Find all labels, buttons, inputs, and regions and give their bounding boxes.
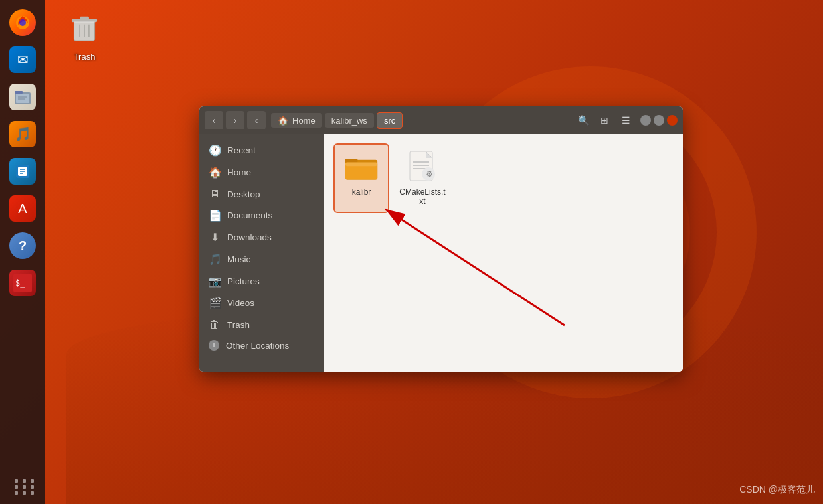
downloads-sidebar-icon: ⬇	[209, 231, 221, 244]
sidebar-item-downloads[interactable]: ⬇ Downloads	[199, 226, 324, 248]
trash-sidebar-icon: 🗑	[209, 319, 221, 331]
sidebar-item-music-label: Music	[227, 254, 250, 264]
dock: ✉ 🎵 A	[0, 0, 45, 504]
sidebar-item-recent-label: Recent	[227, 145, 256, 155]
documents-sidebar-icon: 📄	[209, 209, 221, 222]
sidebar-item-other-locations[interactable]: + Other Locations	[199, 335, 324, 355]
close-button[interactable]	[667, 115, 678, 126]
sidebar-item-videos[interactable]: 🎬 Videos	[199, 292, 324, 314]
sidebar-item-music[interactable]: 🎵 Music	[199, 248, 324, 270]
dock-item-libreoffice[interactable]	[7, 155, 39, 187]
firefox-icon	[9, 9, 36, 36]
cmakelists-file-label: CMakeLists.txt	[399, 187, 446, 207]
grid-view-button[interactable]: ⊞	[595, 111, 614, 129]
app-grid-button[interactable]	[15, 479, 36, 495]
file-grid: kalibr	[335, 145, 672, 212]
thunderbird-icon: ✉	[9, 46, 36, 73]
maximize-button[interactable]	[654, 115, 664, 126]
svg-rect-25	[345, 163, 377, 167]
terminal-icon: $_	[9, 270, 36, 296]
svg-rect-23	[345, 159, 358, 163]
back-button[interactable]: ‹	[205, 111, 223, 129]
sidebar-item-pictures-label: Pictures	[227, 276, 260, 286]
list-view-button[interactable]: ☰	[616, 111, 635, 129]
rhythmbox-icon: 🎵	[9, 121, 36, 147]
dock-item-thunderbird[interactable]: ✉	[7, 44, 39, 76]
fm-toolbar: ‹ › ‹ 🏠 Home kalibr_ws src 🔍 ⊞ ☰	[199, 106, 683, 134]
csdn-watermark: CSDN @极客范儿	[739, 484, 815, 496]
svg-rect-4	[16, 94, 29, 103]
svg-rect-21	[74, 21, 94, 23]
sidebar-item-documents[interactable]: 📄 Documents	[199, 205, 324, 226]
sidebar-item-pictures[interactable]: 📷 Pictures	[199, 270, 324, 292]
desktop-trash-label: Trash	[74, 52, 96, 62]
dock-item-files[interactable]	[7, 81, 39, 113]
dock-item-firefox[interactable]	[7, 7, 39, 39]
help-icon: ?	[9, 232, 36, 259]
search-button[interactable]: 🔍	[574, 111, 593, 129]
desktop-sidebar-icon: 🖥	[209, 188, 221, 200]
music-sidebar-icon: 🎵	[209, 253, 221, 266]
breadcrumb-home-label: Home	[292, 116, 316, 126]
svg-rect-17	[80, 17, 89, 20]
sidebar-item-home[interactable]: 🏠 Home	[199, 161, 324, 183]
pictures-sidebar-icon: 📷	[209, 275, 221, 288]
desktop-trash-icon[interactable]: Trash	[63, 7, 106, 62]
svg-rect-3	[15, 91, 23, 94]
kalibr-file-label: kalibr	[352, 187, 371, 197]
file-item-cmakelists[interactable]: ⚙ CMakeLists.txt	[396, 145, 449, 212]
svg-point-1	[19, 19, 26, 26]
sidebar-item-recent[interactable]: 🕐 Recent	[199, 139, 324, 161]
breadcrumb: 🏠 Home kalibr_ws src	[271, 112, 569, 129]
dock-item-help[interactable]: ?	[7, 230, 39, 262]
files-icon	[9, 84, 36, 110]
svg-text:$_: $_	[15, 278, 25, 288]
sidebar-item-documents-label: Documents	[227, 210, 272, 220]
dock-item-terminal[interactable]: $_	[7, 267, 39, 299]
fm-actions: 🔍 ⊞ ☰	[574, 111, 635, 129]
sidebar-item-other-locations-label: Other Locations	[226, 341, 289, 351]
breadcrumb-kalibr-ws[interactable]: kalibr_ws	[325, 113, 374, 128]
minimize-button[interactable]	[640, 115, 651, 126]
watermark-text: CSDN @极客范儿	[739, 484, 815, 495]
fm-content: kalibr	[324, 134, 683, 372]
sidebar-item-desktop[interactable]: 🖥 Desktop	[199, 183, 324, 205]
sidebar-item-videos-label: Videos	[227, 298, 254, 308]
other-locations-icon: +	[209, 340, 219, 351]
file-item-kalibr[interactable]: kalibr	[335, 145, 388, 212]
recent-icon: 🕐	[209, 144, 221, 157]
sidebar-item-downloads-label: Downloads	[227, 232, 272, 242]
breadcrumb-src-label: src	[384, 116, 395, 126]
breadcrumb-home[interactable]: 🏠 Home	[271, 113, 322, 128]
fm-sidebar: 🕐 Recent 🏠 Home 🖥 Desktop 📄 Documents ⬇ …	[199, 134, 324, 372]
cmakelists-file-icon: ⚙	[405, 150, 440, 185]
sidebar-item-home-label: Home	[227, 167, 251, 177]
appstore-icon: A	[9, 195, 36, 222]
breadcrumb-kalibr-ws-label: kalibr_ws	[331, 116, 367, 126]
videos-sidebar-icon: 🎬	[209, 297, 221, 309]
sidebar-item-desktop-label: Desktop	[227, 189, 260, 199]
libreoffice-icon	[9, 158, 36, 185]
forward-button[interactable]: ›	[226, 111, 244, 129]
sidebar-item-trash[interactable]: 🗑 Trash	[199, 314, 324, 335]
breadcrumb-src[interactable]: src	[377, 112, 403, 129]
fm-main: 🕐 Recent 🏠 Home 🖥 Desktop 📄 Documents ⬇ …	[199, 134, 683, 372]
home-icon: 🏠	[278, 116, 288, 126]
sidebar-item-trash-label: Trash	[227, 320, 250, 330]
file-manager-window: ‹ › ‹ 🏠 Home kalibr_ws src 🔍 ⊞ ☰	[199, 106, 683, 372]
kalibr-folder-icon	[344, 150, 379, 185]
dock-item-rhythmbox[interactable]: 🎵	[7, 118, 39, 150]
svg-text:⚙: ⚙	[426, 169, 433, 179]
dock-item-appstore[interactable]: A	[7, 193, 39, 224]
home-sidebar-icon: 🏠	[209, 166, 221, 179]
toggle-button[interactable]: ‹	[247, 111, 266, 129]
window-controls	[640, 115, 678, 126]
